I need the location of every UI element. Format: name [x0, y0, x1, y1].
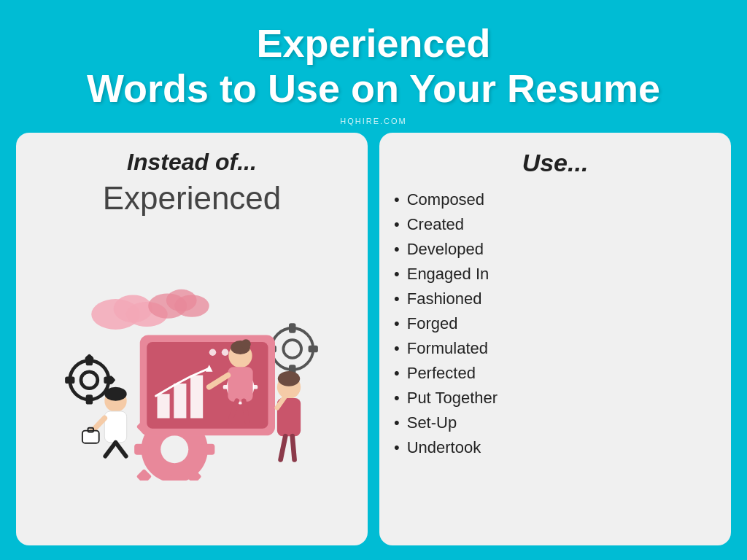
svg-rect-10: [65, 377, 74, 384]
svg-point-61: [278, 371, 300, 386]
word-list-item: Engaged In: [394, 262, 716, 287]
svg-point-14: [271, 328, 313, 370]
svg-point-7: [81, 372, 98, 389]
svg-rect-9: [86, 394, 93, 404]
svg-point-15: [283, 340, 301, 358]
svg-line-51: [105, 443, 115, 456]
right-card: Use... ComposedCreatedDevelopedEngaged I…: [379, 133, 731, 545]
svg-point-46: [104, 387, 126, 401]
svg-point-5: [174, 295, 209, 316]
word-list-item: Created: [394, 212, 716, 237]
svg-rect-56: [228, 367, 252, 402]
svg-point-6: [70, 361, 109, 400]
left-card: Instead of... Experienced: [16, 133, 368, 545]
svg-point-43: [222, 349, 229, 357]
svg-rect-33: [174, 384, 186, 419]
svg-rect-23: [169, 475, 180, 481]
word-list: ComposedCreatedDevelopedEngaged InFashio…: [394, 187, 716, 460]
word-list-item: Developed: [394, 237, 716, 262]
svg-rect-32: [158, 394, 170, 418]
svg-rect-25: [201, 444, 214, 455]
svg-line-59: [244, 401, 247, 422]
svg-point-21: [160, 435, 188, 463]
svg-line-64: [281, 436, 286, 459]
word-list-item: Formulated: [394, 336, 716, 361]
svg-rect-47: [104, 411, 126, 443]
word-list-item: Set-Up: [394, 411, 716, 435]
cards-container: Instead of... Experienced: [0, 133, 747, 560]
title-line1: Experienced: [256, 21, 490, 65]
instead-label: Instead of...: [127, 149, 257, 176]
svg-rect-34: [190, 376, 203, 419]
word-list-item: Perfected: [394, 361, 716, 386]
word-list-item: Composed: [394, 187, 716, 212]
page-header: Experienced Words to Use on Your Resume: [72, 0, 675, 117]
word-list-item: Undertook: [394, 435, 716, 460]
svg-rect-16: [289, 323, 296, 332]
watermark: HQHIRE.COM: [340, 117, 407, 125]
svg-point-55: [241, 339, 250, 349]
svg-point-42: [209, 349, 217, 357]
word-list-item: Fashioned: [394, 287, 716, 311]
illustration: [31, 224, 353, 529]
word-list-item: Forged: [394, 311, 716, 336]
use-label: Use...: [394, 149, 716, 177]
title-line2: Words to Use on Your Resume: [87, 66, 660, 110]
word-list-item: Put Together: [394, 386, 716, 411]
experienced-word: Experienced: [103, 180, 282, 217]
svg-line-65: [293, 436, 295, 459]
svg-rect-19: [309, 346, 318, 353]
svg-rect-24: [134, 444, 148, 455]
svg-line-52: [116, 443, 126, 456]
